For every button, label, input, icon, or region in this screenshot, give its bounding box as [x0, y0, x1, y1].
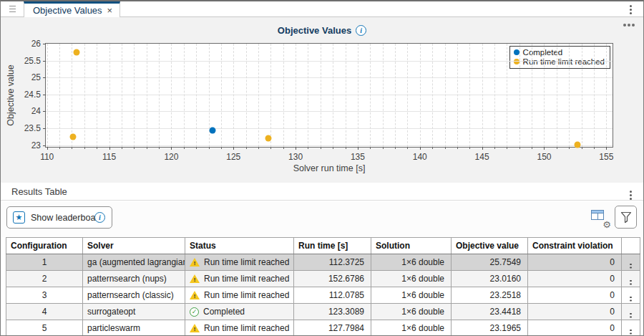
table-row[interactable]: 1ga (augmented lagrangian)!Run time limi…: [6, 254, 640, 271]
table-row[interactable]: 4surrogateopt✓Completed123.30891×6 doubl…: [6, 304, 640, 320]
table-cell: 0: [528, 320, 622, 336]
status-cell: !Run time limit reached: [185, 320, 294, 336]
completed-check-icon: ✓: [190, 307, 199, 317]
column-header[interactable]: Constraint violation: [528, 238, 622, 254]
gridline-vertical: [383, 44, 384, 147]
gridline-vertical: [420, 44, 421, 147]
column-header[interactable]: [622, 238, 640, 254]
table-cell: 0: [528, 271, 622, 287]
plot-options-icon[interactable]: [623, 24, 626, 27]
column-header[interactable]: Status: [185, 238, 294, 254]
gridline-vertical: [594, 44, 595, 147]
x-minor-tick-mark: [321, 147, 321, 149]
data-point[interactable]: [69, 133, 76, 140]
gridline-vertical: [544, 44, 545, 147]
legend[interactable]: CompletedRun time limit reached: [509, 46, 610, 69]
x-minor-tick-mark: [532, 147, 532, 149]
gear-icon: ⚙: [602, 220, 611, 229]
legend-label: Run time limit reached: [523, 57, 605, 66]
info-icon[interactable]: i: [356, 25, 366, 36]
gridline-vertical: [270, 44, 271, 147]
x-minor-tick-mark: [582, 147, 582, 149]
table-cell: 1×6 double: [371, 254, 452, 271]
table-cell: 23.1965: [452, 320, 528, 336]
table-cell: 1×6 double: [371, 320, 452, 336]
row-menu-icon[interactable]: [630, 297, 632, 299]
data-point[interactable]: [265, 135, 271, 142]
scatter-plot-axes[interactable]: CompletedRun time limit reached 11011512…: [45, 43, 613, 148]
x-minor-tick-mark: [147, 147, 147, 149]
legend-entry[interactable]: Completed: [514, 48, 605, 57]
tab-objective-values[interactable]: Objective Values ×: [24, 1, 120, 17]
close-icon[interactable]: ×: [107, 6, 113, 15]
x-minor-tick-mark: [594, 147, 595, 149]
data-point[interactable]: [574, 141, 580, 148]
plot-panel: Objective Values i CompletedRun time lim…: [1, 17, 643, 183]
gridline-vertical: [84, 44, 85, 147]
row-menu-icon[interactable]: [630, 280, 632, 282]
status-label: Run time limit reached: [204, 323, 289, 333]
x-minor-tick-mark: [122, 147, 122, 149]
column-header[interactable]: Objective value: [452, 238, 528, 254]
column-header[interactable]: Configuration: [6, 238, 83, 254]
status-label: Run time limit reached: [204, 274, 289, 284]
table-row[interactable]: 2patternsearch (nups)!Run time limit rea…: [6, 271, 640, 287]
table-cell: 1×6 double: [371, 304, 452, 320]
x-tick-label: 140: [413, 152, 427, 162]
x-minor-tick-mark: [346, 147, 346, 149]
gridline-horizontal: [46, 128, 613, 129]
gridline-horizontal: [46, 77, 613, 78]
x-minor-tick-mark: [84, 147, 85, 149]
table-row[interactable]: 5particleswarm!Run time limit reached127…: [6, 320, 640, 336]
gridline-vertical: [407, 44, 408, 147]
x-tick-mark: [606, 147, 607, 150]
gridline-vertical: [507, 44, 507, 147]
tab-bar: Objective Values ×: [1, 1, 643, 17]
table-row[interactable]: 3patternsearch (classic)!Run time limit …: [6, 287, 640, 304]
gridline-vertical: [395, 44, 396, 147]
gridline-vertical: [122, 44, 122, 147]
column-header[interactable]: Run time [s]: [294, 238, 371, 254]
x-minor-tick-mark: [507, 147, 507, 149]
drag-handle-icon[interactable]: [1, 1, 24, 16]
gridline-vertical: [519, 44, 520, 147]
row-menu-icon[interactable]: [630, 313, 632, 315]
filter-button[interactable]: [615, 206, 637, 229]
gridline-horizontal: [46, 95, 613, 95]
x-tick-mark: [171, 147, 172, 150]
status-cell: ✓Completed: [185, 304, 294, 320]
y-tick-mark: [43, 111, 46, 112]
x-minor-tick-mark: [383, 147, 384, 149]
y-tick-label: 26: [31, 39, 41, 49]
data-point[interactable]: [73, 49, 79, 55]
table-settings-icon[interactable]: ⚙: [591, 210, 610, 227]
table-cell: 152.6786: [294, 271, 371, 287]
tabbar-menu-icon[interactable]: [630, 5, 632, 7]
status-label: Run time limit reached: [204, 257, 289, 267]
app-window: Objective Values × Objective Values i Co…: [0, 0, 644, 336]
table-cell: 4: [6, 304, 83, 320]
gridline-horizontal: [46, 111, 613, 112]
gridline-vertical: [59, 44, 60, 147]
x-minor-tick-mark: [457, 147, 458, 149]
column-header[interactable]: Solver: [83, 238, 185, 254]
x-tick-mark: [233, 147, 234, 150]
x-minor-tick-mark: [184, 147, 185, 149]
legend-entry[interactable]: Run time limit reached: [514, 57, 605, 66]
table-cell: 0: [528, 287, 622, 304]
row-menu-icon[interactable]: [630, 330, 632, 332]
x-minor-tick-mark: [519, 147, 520, 149]
data-point[interactable]: [209, 127, 215, 133]
gridline-vertical: [532, 44, 532, 147]
column-header[interactable]: Solution: [371, 238, 452, 254]
table-cell: 1: [6, 254, 83, 271]
y-tick-mark: [43, 128, 46, 129]
x-minor-tick-mark: [432, 147, 433, 149]
row-menu-cell: [622, 304, 640, 320]
info-icon[interactable]: i: [94, 212, 105, 223]
results-menu-icon[interactable]: [630, 191, 632, 193]
y-tick-mark: [43, 77, 46, 78]
gridline-vertical: [333, 44, 333, 147]
row-menu-icon[interactable]: [630, 264, 632, 266]
x-minor-tick-mark: [494, 147, 495, 149]
